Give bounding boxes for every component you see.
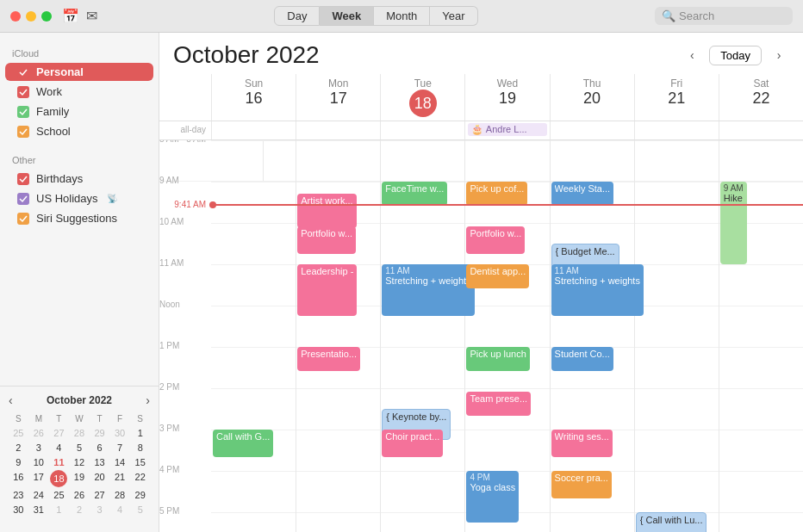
mini-day-17[interactable]: 17 (29, 470, 49, 487)
sidebar-item-personal[interactable]: Personal (5, 63, 153, 81)
mini-day-23[interactable]: 23 (9, 488, 28, 502)
mini-day-11[interactable]: 11 (49, 455, 69, 469)
mini-day-5[interactable]: 5 (70, 441, 90, 455)
event-dentist[interactable]: Dentist app... (466, 264, 529, 288)
sidebar-item-work[interactable]: Work (5, 83, 153, 101)
mini-day-8[interactable]: 8 (130, 441, 150, 455)
nav-year-btn[interactable]: Year (430, 6, 477, 26)
mini-day-n5[interactable]: 5 (130, 503, 150, 517)
mini-day-13[interactable]: 13 (90, 455, 109, 469)
mini-day-28[interactable]: 28 (70, 426, 90, 440)
sidebar-item-birthdays[interactable]: Birthdays (5, 170, 153, 188)
work-label: Work (36, 85, 62, 98)
mini-day-2[interactable]: 2 (9, 441, 28, 455)
event-choir[interactable]: Choir pract... (382, 430, 443, 457)
lbl-5pm: 5 PM (159, 506, 184, 516)
mini-day-22[interactable]: 22 (130, 470, 150, 487)
search-bar[interactable]: 🔍 Search (655, 7, 793, 25)
nav-day-btn[interactable]: Day (274, 6, 320, 26)
mini-day-3[interactable]: 3 (29, 441, 49, 455)
cal-today-btn[interactable]: Today (709, 46, 762, 65)
sidebar-item-us-holidays[interactable]: US Holidays 📡 (5, 189, 153, 207)
day-num-21: 21 (637, 90, 717, 108)
event-portfolio-wed[interactable]: Portfolio w... (466, 226, 525, 254)
maximize-button[interactable] (41, 11, 52, 22)
inbox-icon[interactable]: ✉ (86, 8, 97, 24)
mini-day-27[interactable]: 27 (49, 426, 69, 440)
mini-day-15[interactable]: 15 (130, 455, 150, 469)
mini-day-9[interactable]: 9 (9, 455, 28, 469)
mini-day-29b[interactable]: 29 (130, 488, 150, 502)
mini-day-n1[interactable]: 1 (49, 503, 69, 517)
event-yoga[interactable]: 4 PM Yoga class (466, 471, 519, 523)
event-call-lu[interactable]: { Call with Lu... (636, 512, 707, 532)
event-soccer[interactable]: Soccer pra... (551, 471, 612, 498)
sidebar-item-family[interactable]: Family (5, 102, 153, 121)
close-button[interactable] (10, 11, 21, 22)
event-presentation[interactable]: Presentatio... (297, 347, 360, 371)
day-header-sun[interactable]: Sun 16 (211, 74, 296, 121)
mini-day-18-today[interactable]: 18 (50, 470, 67, 487)
event-student-council[interactable]: Student Co... (551, 347, 613, 371)
allday-event-andre[interactable]: 🎂 Andre L... (468, 123, 546, 136)
mini-day-1[interactable]: 1 (130, 426, 150, 440)
mini-day-10[interactable]: 10 (29, 455, 49, 469)
event-portfolio-mon[interactable]: Portfolio w... (297, 226, 356, 254)
mini-day-7[interactable]: 7 (110, 441, 130, 455)
nav-month-btn[interactable]: Month (374, 6, 430, 26)
event-writing[interactable]: Writing ses... (551, 430, 613, 457)
allday-thu[interactable] (550, 121, 634, 139)
mini-day-25[interactable]: 25 (9, 426, 28, 440)
mini-day-31[interactable]: 31 (29, 503, 49, 517)
mini-day-n2[interactable]: 2 (70, 503, 90, 517)
day-header-fri[interactable]: Fri 21 (634, 74, 719, 121)
cal-next-btn[interactable]: › (769, 45, 789, 65)
mini-day-24[interactable]: 24 (29, 488, 49, 502)
event-call-with-g[interactable]: Call with G... (213, 430, 273, 457)
mini-day-20[interactable]: 20 (90, 470, 109, 487)
mini-day-21[interactable]: 21 (110, 470, 130, 487)
day-header-thu[interactable]: Thu 20 (550, 74, 634, 121)
event-team-presentation[interactable]: Team prese... (466, 392, 531, 416)
allday-mon[interactable] (296, 121, 380, 139)
mini-day-14[interactable]: 14 (110, 455, 130, 469)
sidebar-item-siri[interactable]: Siri Suggestions (5, 209, 153, 227)
mini-day-29[interactable]: 29 (90, 426, 109, 440)
event-stretching-tue[interactable]: 11 AM Stretching + weights (382, 264, 474, 316)
mini-day-30[interactable]: 30 (110, 426, 130, 440)
allday-wed[interactable]: 🎂 Andre L... (464, 121, 549, 139)
event-hike[interactable]: 9 AM Hike (720, 182, 747, 264)
mini-day-n4[interactable]: 4 (110, 503, 130, 517)
mini-day-27b[interactable]: 27 (90, 488, 109, 502)
mini-day-19[interactable]: 19 (70, 470, 90, 487)
mini-cal-next[interactable]: › (146, 393, 150, 407)
minimize-button[interactable] (26, 11, 36, 22)
mini-day-28b[interactable]: 28 (110, 488, 130, 502)
nav-week-btn[interactable]: Week (320, 6, 374, 26)
event-pickup-lunch[interactable]: Pick up lunch (466, 347, 529, 371)
mini-cal-prev[interactable]: ‹ (9, 393, 13, 407)
allday-fri[interactable] (634, 121, 719, 139)
mini-day-16[interactable]: 16 (9, 470, 28, 487)
allday-sun[interactable] (211, 121, 296, 139)
allday-tue[interactable] (380, 121, 464, 139)
mini-day-26[interactable]: 26 (29, 426, 49, 440)
calendar-icon[interactable]: 📅 (62, 8, 79, 24)
cal-prev-btn[interactable]: ‹ (682, 45, 702, 65)
mini-day-26b[interactable]: 26 (70, 488, 90, 502)
day-header-tue[interactable]: Tue 18 (380, 74, 464, 121)
event-stretching-thu[interactable]: 11 AM Stretching + weights (551, 264, 644, 316)
day-header-mon[interactable]: Mon 17 (296, 74, 380, 121)
event-artist-workshop[interactable]: Artist work... (297, 194, 357, 228)
mini-day-25b[interactable]: 25 (49, 488, 69, 502)
sidebar-item-school[interactable]: School (5, 122, 153, 140)
day-header-wed[interactable]: Wed 19 (464, 74, 549, 121)
event-leadership[interactable]: Leadership - (297, 264, 357, 316)
mini-day-6[interactable]: 6 (90, 441, 109, 455)
allday-sat[interactable] (719, 121, 803, 139)
mini-day-30b[interactable]: 30 (9, 503, 28, 517)
mini-day-4[interactable]: 4 (49, 441, 69, 455)
mini-day-n3[interactable]: 3 (90, 503, 109, 517)
mini-day-12[interactable]: 12 (70, 455, 90, 469)
day-header-sat[interactable]: Sat 22 (719, 74, 803, 121)
